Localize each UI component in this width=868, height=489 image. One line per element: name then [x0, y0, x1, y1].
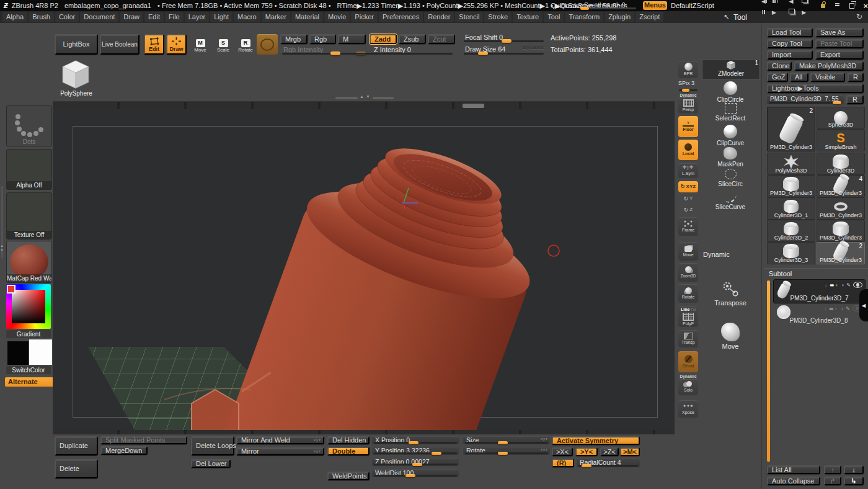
tool-item-cylinder3d-2[interactable]: Cylinder3D_2	[767, 220, 815, 242]
tool-item-cylinder3d-1[interactable]: Cylinder3D_1	[767, 197, 815, 220]
menu-tool[interactable]: Tool	[544, 12, 564, 22]
mirror-button[interactable]: Mirrorxyz	[236, 447, 324, 455]
menu-material[interactable]: Material	[291, 12, 323, 22]
tool-item-simplebrush[interactable]: S SimpleBrush	[817, 129, 865, 151]
weld-dist-slider[interactable]: WeldDist 100	[372, 469, 459, 477]
rotate-handle[interactable]	[498, 452, 508, 455]
subtool-mask-icon[interactable]: ◑	[841, 282, 844, 288]
size-slider[interactable]: Size xyz	[463, 436, 550, 444]
menu-zplugin[interactable]: Zplugin	[604, 12, 634, 22]
current-color-swatch[interactable]	[7, 285, 16, 294]
color-saturation-square[interactable]	[12, 290, 45, 323]
list-all-button[interactable]: List All	[767, 465, 820, 474]
paste-tool-button[interactable]: Paste Tool	[815, 39, 864, 48]
zcut-button[interactable]: Zcut	[428, 34, 455, 44]
menu-stroke[interactable]: Stroke	[484, 12, 512, 22]
subtool-paint-icon[interactable]: ✎	[846, 282, 851, 288]
brush-slot-zmodeler[interactable]: ZModeler 1	[702, 59, 760, 80]
lightbox-button[interactable]: LightBox	[55, 34, 98, 55]
tool-item-pm3d-cylinder-d[interactable]: 2 PM3D_Cylinder3	[817, 242, 865, 264]
rotate-gizmo-button[interactable]: R Rotate	[236, 36, 255, 53]
menu-movie[interactable]: Movie	[324, 12, 350, 22]
weld-dist-handle[interactable]	[405, 474, 415, 477]
menu-marker[interactable]: Marker	[262, 12, 290, 22]
stroke-preview-button[interactable]	[257, 34, 278, 55]
subtool-polypaint-icon[interactable]: ●●	[830, 282, 833, 288]
stroke-type-dots[interactable]: Dots	[6, 105, 52, 146]
tray-collapse-right-icon[interactable]: ▶	[772, 0, 780, 17]
z-intensity-handle[interactable]	[330, 52, 340, 55]
redo-arrow-button[interactable]: ↱	[824, 477, 841, 485]
scale-gizmo-button[interactable]: S Scale	[214, 36, 232, 53]
menu-file[interactable]: File	[165, 12, 184, 22]
y-position-slider[interactable]: Y Position 3.32236	[372, 447, 459, 455]
shelf-divider-bar-right[interactable]	[373, 97, 394, 99]
bpr-render-button[interactable]: BPR	[678, 61, 698, 78]
clone-button[interactable]: Clone	[767, 61, 792, 71]
delete-button[interactable]: Delete	[55, 459, 98, 478]
menu-picker[interactable]: Picker	[351, 12, 378, 22]
menu-layer[interactable]: Layer	[185, 12, 210, 22]
palette-refresh-icon[interactable]: ↻	[856, 12, 862, 21]
subtool-item-selected[interactable]: ↓ ●● ◐ ◑ ✎ PM3D_Cylinder3D_7	[773, 279, 866, 303]
rotate-y-button[interactable]: ↻Y	[678, 194, 698, 204]
local-symmetry-button[interactable]: Local	[678, 140, 698, 160]
switchcolor-button[interactable]: SwitchColor	[6, 366, 51, 374]
rotate-slider[interactable]: Rotate xyz	[463, 447, 550, 455]
subtool-ghost-icon[interactable]: ◐	[835, 306, 838, 312]
zadd-button[interactable]: Zadd	[370, 34, 397, 44]
move-window-right-icon[interactable]: ▶	[802, 0, 812, 17]
tool-item-pm3d-cylinder-c[interactable]: PM3D_Cylinder3	[817, 220, 865, 242]
spix-handle[interactable]	[682, 89, 689, 92]
active-tool-r-button[interactable]: R	[846, 95, 864, 104]
goz-r-button[interactable]: R	[848, 73, 864, 82]
m-button[interactable]: M	[338, 34, 366, 44]
persp-button[interactable]: Persp	[678, 97, 698, 114]
rotate-canvas-button[interactable]: Rotate	[678, 284, 698, 303]
del-hidden-button[interactable]: Del Hidden	[327, 436, 370, 444]
subtool-up-button[interactable]: ↑	[824, 465, 841, 474]
tool-item-current[interactable]: 2 PM3D_Cylinder3	[767, 107, 815, 151]
ghost-button[interactable]: Ghost	[678, 351, 698, 372]
tray-collapse-left-icon[interactable]: ◀	[761, 0, 769, 17]
canvas-top-scrollbar[interactable]	[53, 101, 675, 110]
viewport-canvas[interactable]	[53, 109, 675, 434]
draw-button[interactable]: Draw	[166, 34, 187, 55]
size-handle[interactable]	[498, 441, 508, 444]
dynamic-draw-size-label[interactable]: Dynamic	[523, 45, 546, 50]
left-edge-arrows-icon[interactable]: ▲▼	[0, 244, 4, 252]
frame-button[interactable]: Frame	[678, 217, 698, 236]
rotate-z-button[interactable]: ↻Z	[678, 205, 698, 215]
quicksave-button[interactable]: QuickSave	[551, 2, 583, 9]
transp-button[interactable]: Transp	[678, 330, 698, 348]
see-through-slider[interactable]: See-through 0	[581, 1, 638, 10]
see-through-handle[interactable]	[580, 7, 589, 10]
active-tool-slider[interactable]: PM3D_Cylinder3D_7. 55	[767, 95, 844, 104]
y-position-handle[interactable]	[432, 452, 441, 455]
import-button[interactable]: Import	[767, 50, 813, 60]
menu-brush[interactable]: Brush	[29, 12, 54, 22]
xyz-button[interactable]: ↻XYZ	[678, 181, 698, 192]
tool-item-pm3d-cylinder-b[interactable]: 4 PM3D_Cylinder3	[817, 175, 865, 197]
subtool-polypaint-icon[interactable]: ●●	[829, 306, 833, 312]
delete-loops-button[interactable]: Delete Loops	[191, 436, 234, 455]
mirror-and-weld-button[interactable]: Mirror And Weldxyz	[236, 436, 324, 444]
tool-item-pm3d-cylinder-a[interactable]: PM3D_Cylinder3	[767, 175, 815, 197]
brush-slot-slicecirc[interactable]: SliceCirc	[702, 169, 759, 187]
menu-stencil[interactable]: Stencil	[455, 12, 483, 22]
menu-alpha[interactable]: Alpha	[2, 12, 27, 22]
menu-macro[interactable]: Macro	[234, 12, 260, 22]
dynamic-mode-button[interactable]: Dynamic	[703, 251, 730, 258]
load-tool-button[interactable]: Load Tool	[767, 28, 813, 37]
model-pm3d-cylinder[interactable]	[53, 109, 675, 434]
menu-edit[interactable]: Edit	[144, 12, 164, 22]
shelf-collapse-down-icon[interactable]: ▼	[366, 94, 370, 99]
main-color-swatch[interactable]	[7, 341, 29, 365]
brush-slot-slicecurve[interactable]: SliceCurve	[702, 191, 759, 210]
tool-item-polymesh3d[interactable]: PolyMesh3D	[767, 153, 815, 175]
weldpoints-button[interactable]: WeldPoints	[327, 472, 370, 480]
subtool-item-2[interactable]: ↓ ●● ◐ ◑ ✎ PM3D_Cylinder3D_8	[773, 303, 864, 325]
rgb-button[interactable]: Rgb	[309, 34, 336, 44]
symmetry-z-button[interactable]: >Z<	[600, 447, 619, 456]
mergedown-button[interactable]: MergeDown	[100, 446, 148, 455]
